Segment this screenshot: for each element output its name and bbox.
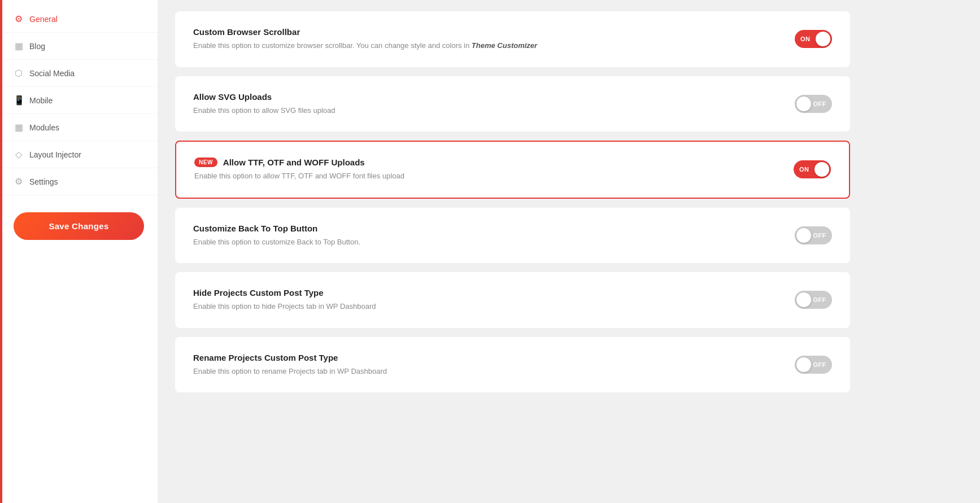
setting-info: NEW Allow TTF, OTF and WOFF Uploads Enab… bbox=[194, 158, 794, 182]
setting-desc: Enable this option to allow TTF, OTF and… bbox=[194, 170, 777, 182]
toggle-hide-projects[interactable]: OFF bbox=[795, 291, 832, 309]
sidebar: ⚙ General ▦ Blog ⬡ Social Media 📱 Mobile… bbox=[0, 0, 158, 503]
toggle-allow-ttf-otf-woff[interactable]: ON bbox=[794, 160, 831, 178]
setting-title-row: Rename Projects Custom Post Type bbox=[193, 353, 778, 362]
setting-info: Customize Back To Top Button Enable this… bbox=[193, 224, 795, 248]
toggle-knob bbox=[816, 32, 830, 46]
sidebar-item-social-media[interactable]: ⬡ Social Media bbox=[0, 60, 158, 87]
setting-card-allow-svg-uploads: Allow SVG Uploads Enable this option to … bbox=[175, 76, 850, 132]
modules-icon: ▦ bbox=[14, 122, 24, 133]
toggle-allow-svg-uploads[interactable]: OFF bbox=[795, 95, 832, 113]
setting-desc: Enable this option to rename Projects ta… bbox=[193, 366, 778, 377]
sidebar-item-mobile[interactable]: 📱 Mobile bbox=[0, 87, 158, 114]
settings-icon: ⚙ bbox=[14, 176, 24, 187]
toggle-wrap: ON bbox=[794, 160, 831, 178]
toggle-wrap: OFF bbox=[795, 356, 832, 374]
setting-title-row: Allow SVG Uploads bbox=[193, 92, 778, 102]
sidebar-item-modules[interactable]: ▦ Modules bbox=[0, 114, 158, 141]
setting-info: Rename Projects Custom Post Type Enable … bbox=[193, 353, 795, 377]
sidebar-item-layout-injector[interactable]: ◇ Layout Injector bbox=[0, 141, 158, 168]
setting-desc: Enable this option to allow SVG files up… bbox=[193, 105, 778, 116]
setting-desc: Enable this option to customize browser … bbox=[193, 40, 778, 51]
toggle-knob bbox=[815, 162, 829, 177]
toggle-label: OFF bbox=[813, 100, 827, 107]
setting-title: Custom Browser Scrollbar bbox=[193, 27, 300, 37]
setting-info: Allow SVG Uploads Enable this option to … bbox=[193, 92, 795, 116]
setting-desc: Enable this option to hide Projects tab … bbox=[193, 301, 778, 312]
save-changes-button[interactable]: Save Changes bbox=[14, 212, 144, 240]
setting-title-row: NEW Allow TTF, OTF and WOFF Uploads bbox=[194, 158, 777, 167]
toggle-knob bbox=[796, 97, 811, 111]
toggle-wrap: OFF bbox=[795, 291, 832, 309]
setting-desc-text: Enable this option to customize browser … bbox=[193, 41, 472, 50]
toggle-label: OFF bbox=[813, 232, 827, 239]
sidebar-item-label: Modules bbox=[29, 123, 59, 132]
setting-card-hide-projects: Hide Projects Custom Post Type Enable th… bbox=[175, 272, 850, 328]
sidebar-accent-border bbox=[0, 0, 2, 503]
setting-info: Hide Projects Custom Post Type Enable th… bbox=[193, 288, 795, 312]
setting-title: Customize Back To Top Button bbox=[193, 224, 317, 233]
new-badge: NEW bbox=[194, 158, 217, 167]
sidebar-item-label: Mobile bbox=[29, 96, 53, 105]
toggle-rename-projects[interactable]: OFF bbox=[795, 356, 832, 374]
toggle-label: OFF bbox=[813, 296, 827, 303]
sidebar-item-label: Social Media bbox=[29, 69, 75, 78]
toggle-custom-browser-scrollbar[interactable]: ON bbox=[795, 30, 832, 48]
toggle-knob bbox=[796, 292, 811, 307]
sidebar-item-label: Layout Injector bbox=[29, 150, 81, 159]
toggle-knob bbox=[796, 357, 811, 372]
sidebar-item-blog[interactable]: ▦ Blog bbox=[0, 33, 158, 60]
sidebar-item-general[interactable]: ⚙ General bbox=[0, 6, 158, 33]
setting-card-custom-browser-scrollbar: Custom Browser Scrollbar Enable this opt… bbox=[175, 11, 850, 67]
theme-customizer-link[interactable]: Theme Customizer bbox=[472, 41, 537, 50]
sidebar-item-settings[interactable]: ⚙ Settings bbox=[0, 168, 158, 195]
setting-title: Allow SVG Uploads bbox=[193, 92, 272, 102]
setting-title-row: Hide Projects Custom Post Type bbox=[193, 288, 778, 298]
gear-icon: ⚙ bbox=[14, 14, 24, 24]
setting-card-allow-ttf-otf-woff: NEW Allow TTF, OTF and WOFF Uploads Enab… bbox=[175, 141, 850, 199]
toggle-wrap: OFF bbox=[795, 95, 832, 113]
setting-title: Rename Projects Custom Post Type bbox=[193, 353, 338, 362]
toggle-label: ON bbox=[799, 166, 809, 173]
toggle-label: ON bbox=[800, 36, 811, 42]
toggle-knob bbox=[796, 228, 811, 243]
setting-card-rename-projects: Rename Projects Custom Post Type Enable … bbox=[175, 337, 850, 393]
sidebar-item-label: Settings bbox=[29, 177, 58, 186]
setting-title: Hide Projects Custom Post Type bbox=[193, 288, 324, 298]
toggle-back-to-top[interactable]: OFF bbox=[795, 226, 832, 244]
sidebar-item-label: General bbox=[29, 15, 58, 24]
setting-desc: Enable this option to customize Back to … bbox=[193, 237, 778, 248]
toggle-label: OFF bbox=[813, 361, 827, 368]
mobile-icon: 📱 bbox=[14, 95, 24, 106]
toggle-wrap: OFF bbox=[795, 226, 832, 244]
right-panel bbox=[867, 0, 980, 503]
setting-card-back-to-top: Customize Back To Top Button Enable this… bbox=[175, 208, 850, 264]
setting-title-row: Custom Browser Scrollbar bbox=[193, 27, 778, 37]
blog-icon: ▦ bbox=[14, 41, 24, 51]
setting-info: Custom Browser Scrollbar Enable this opt… bbox=[193, 27, 795, 51]
setting-title-row: Customize Back To Top Button bbox=[193, 224, 778, 233]
setting-title: Allow TTF, OTF and WOFF Uploads bbox=[223, 158, 365, 167]
toggle-wrap: ON bbox=[795, 30, 832, 48]
main-content: Custom Browser Scrollbar Enable this opt… bbox=[158, 0, 867, 503]
save-button-wrapper: Save Changes bbox=[0, 201, 158, 251]
sidebar-item-label: Blog bbox=[29, 42, 45, 51]
social-media-icon: ⬡ bbox=[14, 68, 24, 78]
layout-injector-icon: ◇ bbox=[14, 149, 24, 160]
